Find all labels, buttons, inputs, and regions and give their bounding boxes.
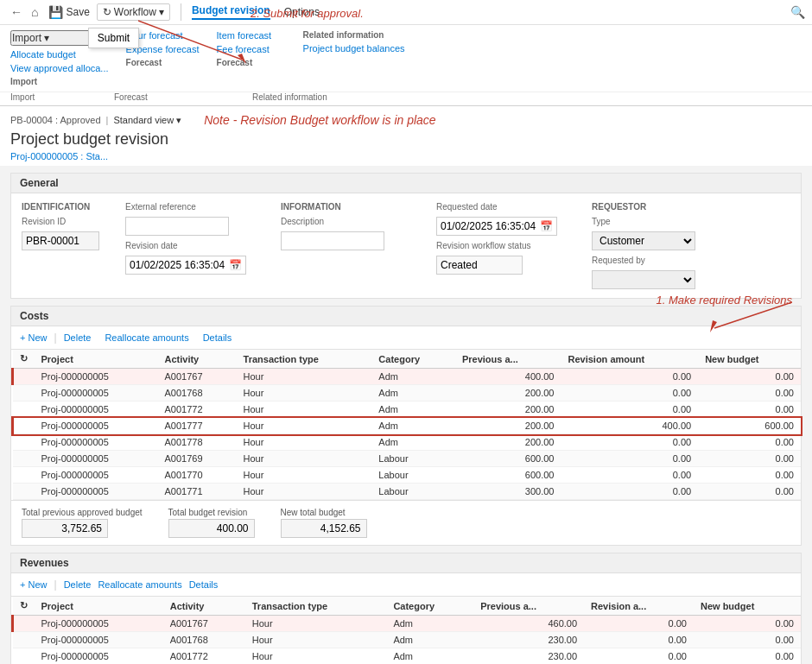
costs-table-body: Proj-000000005A001767HourAdm400.000.000.…: [13, 369, 802, 500]
table-row[interactable]: Proj-000000005A001768HourAdm230.000.000.…: [13, 632, 802, 648]
type-select[interactable]: Customer: [592, 231, 695, 250]
rev-col-category: Category: [386, 597, 473, 616]
revision-date-label: Revision date: [125, 241, 263, 250]
submit-annotation-text: 2. Submit for approval.: [251, 7, 364, 20]
total-revision-group: Total budget revision: [168, 508, 255, 538]
costs-section: Costs 1. Make required Revisions + New |…: [10, 306, 802, 546]
calendar-icon[interactable]: 📅: [229, 259, 242, 271]
costs-delete-button[interactable]: Delete: [64, 332, 92, 343]
breadcrumb: PB-00004 : Approved | Standard view ▾ No…: [10, 113, 802, 127]
identification-group: IDENTIFICATION Revision ID: [22, 202, 108, 289]
col-refresh: ↻: [13, 350, 35, 369]
page-title: Project budget revision: [10, 130, 802, 149]
workflow-icon: ↻: [103, 6, 111, 18]
reallocate-button[interactable]: Reallocate amounts: [105, 332, 188, 343]
costs-table: ↻ Project Activity Transaction type Cate…: [11, 350, 801, 500]
external-ref-input[interactable]: [125, 217, 229, 236]
col-transaction-type: Transaction type: [237, 350, 372, 369]
page-header: PB-00004 : Approved | Standard view ▾ No…: [0, 106, 812, 166]
requested-date-group: Requested date 01/02/2025 16:35:04 📅 Rev…: [436, 202, 574, 289]
forecast-label: Forecast: [114, 92, 235, 102]
revenues-delete-button[interactable]: Delete: [64, 579, 92, 590]
revision-id-label: Revision ID: [22, 217, 108, 226]
workflow-button[interactable]: ↻ Workflow ▾: [97, 3, 170, 21]
table-row[interactable]: Proj-000000005A001778HourAdm200.000.000.…: [13, 434, 802, 451]
back-button[interactable]: ←: [7, 3, 26, 21]
item-forecast-link[interactable]: Item forecast: [217, 30, 286, 41]
table-row[interactable]: Proj-000000005A001767HourAdm460.000.000.…: [13, 616, 802, 632]
rev-col-activity: Activity: [163, 597, 245, 616]
table-row[interactable]: Proj-000000005A001772HourAdm200.000.000.…: [13, 402, 802, 418]
total-revision-value: [168, 519, 255, 538]
view-approved-link[interactable]: View approved alloca...: [10, 63, 109, 73]
description-label: Description: [281, 217, 419, 226]
table-row[interactable]: Proj-000000005A001768HourAdm200.000.000.…: [13, 385, 802, 402]
revenues-table-body: Proj-000000005A001767HourAdm460.000.000.…: [13, 616, 802, 665]
table-row[interactable]: Proj-000000005A001767HourAdm400.000.000.…: [13, 369, 802, 385]
revenues-table: ↻ Project Activity Transaction type Cate…: [11, 597, 801, 664]
related-group-title: Related information: [303, 30, 405, 40]
allocate-budget-link[interactable]: Allocate budget: [10, 49, 109, 60]
details-button[interactable]: Details: [203, 332, 232, 343]
fee-forecast-link[interactable]: Fee forecast: [217, 44, 286, 54]
information-label: INFORMATION: [281, 202, 419, 212]
revenues-section: Revenues + New | Delete Reallocate amoun…: [10, 553, 802, 664]
submit-menu-item[interactable]: Submit: [88, 28, 139, 48]
requested-by-select[interactable]: [592, 270, 695, 289]
sub-breadcrumb[interactable]: Proj-000000005 : Sta...: [10, 151, 108, 161]
revenues-toolbar: + New | Delete Reallocate amounts Detail…: [11, 573, 801, 597]
identification-label: IDENTIFICATION: [22, 202, 108, 212]
requestor-label: REQUESTOR: [592, 202, 730, 212]
workflow-dropdown[interactable]: ↻ Workflow ▾ Submit: [97, 3, 170, 21]
general-section-header: General: [11, 174, 801, 193]
costs-section-header: Costs: [11, 307, 801, 326]
requested-by-label: Requested by: [592, 256, 730, 265]
ribbon-group-forecast-right: Item forecast Fee forecast Forecast: [217, 30, 286, 67]
workflow-status-label: Revision workflow status: [436, 241, 574, 250]
revision-date-value: 01/02/2025 16:35:04: [130, 259, 225, 271]
total-prev-label: Total previous approved budget: [22, 508, 143, 517]
save-button[interactable]: 💾 Save: [48, 5, 89, 19]
table-row[interactable]: Proj-000000005A001770HourLabour600.000.0…: [13, 467, 802, 484]
toolbar-divider: [181, 3, 181, 21]
calendar-icon-2[interactable]: 📅: [540, 220, 553, 232]
rev-col-transaction-type: Transaction type: [245, 597, 387, 616]
forecast-group-title-2: Forecast: [217, 58, 286, 67]
requested-date-field: 01/02/2025 16:35:04 📅: [436, 217, 557, 236]
col-category: Category: [371, 350, 455, 369]
total-new-group: New total budget: [281, 508, 367, 538]
view-dropdown[interactable]: Standard view ▾: [113, 115, 181, 126]
description-input[interactable]: [281, 231, 384, 250]
revenues-section-header: Revenues: [11, 553, 801, 573]
revenues-new-button[interactable]: + New: [20, 579, 48, 590]
total-new-value: [281, 519, 367, 538]
requestor-group: REQUESTOR Type Customer Requested by: [592, 202, 730, 289]
external-ref-label: External reference: [125, 202, 263, 212]
revenues-reallocate-button[interactable]: Reallocate amounts: [98, 579, 181, 590]
import-label: Import: [10, 92, 79, 102]
total-new-label: New total budget: [281, 508, 367, 517]
project-budget-link[interactable]: Project budget balances: [303, 43, 405, 54]
table-row[interactable]: Proj-000000005A001772HourAdm230.000.000.…: [13, 648, 802, 665]
total-revision-label: Total budget revision: [168, 508, 255, 517]
revenues-details-button[interactable]: Details: [189, 579, 219, 590]
general-fields: IDENTIFICATION Revision ID External refe…: [11, 193, 801, 298]
general-section: General IDENTIFICATION Revision ID Exter…: [10, 173, 802, 299]
costs-new-button[interactable]: + New: [20, 332, 48, 343]
table-row[interactable]: Proj-000000005A001771HourLabour300.000.0…: [13, 484, 802, 500]
breadcrumb-separator: |: [106, 115, 109, 125]
rev-col-project: Project: [35, 597, 163, 616]
requested-date-label: Requested date: [436, 202, 574, 212]
workflow-status-input[interactable]: [436, 256, 523, 275]
external-ref-group: External reference Revision date 01/02/2…: [125, 202, 263, 289]
col-previous: Previous a...: [455, 350, 561, 369]
table-row[interactable]: Proj-000000005A001777HourAdm200.00400.00…: [13, 418, 802, 434]
search-button[interactable]: 🔍: [790, 5, 805, 19]
revision-id-input[interactable]: [22, 231, 99, 250]
costs-toolbar: + New | Delete Reallocate amounts Detail…: [11, 326, 801, 350]
total-prev-group: Total previous approved budget: [22, 508, 143, 538]
home-button[interactable]: ⌂: [28, 3, 41, 21]
save-icon: 💾: [48, 5, 63, 19]
table-row[interactable]: Proj-000000005A001769HourLabour600.000.0…: [13, 451, 802, 467]
col-project: Project: [35, 350, 158, 369]
